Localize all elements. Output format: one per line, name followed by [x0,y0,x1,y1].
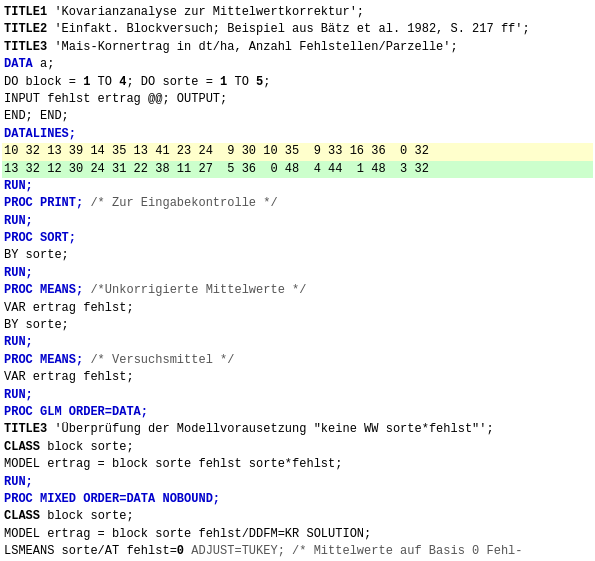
code-text: 13 32 12 30 24 31 22 38 11 27 5 36 0 48 … [4,162,429,176]
code-text: 'Kovarianzanalyse zur Mittelwertkorrektu… [47,5,364,19]
code-text: 0 [177,544,184,558]
code-text: TITLE3 [4,40,47,54]
code-text: RUN; [4,475,33,489]
code-text: TITLE3 [4,422,47,436]
code-line: PROC GLM ORDER=DATA; [2,404,593,421]
code-line: DATALINES; [2,126,593,143]
code-line: PROC SORT; [2,230,593,247]
code-line: TITLE3 'Mais-Kornertrag in dt/ha, Anzahl… [2,39,593,56]
code-text: a; [33,57,55,71]
code-line: TITLE3 'Überprüfung der Modellvorausetzu… [2,421,593,438]
code-text: ; DO sorte = [126,75,220,89]
code-text: 'Überprüfung der Modellvorausetzung "kei… [47,422,493,436]
code-text: PROC GLM ORDER=DATA; [4,405,148,419]
code-text: ADJUST=TUKEY; /* Mittelwerte auf Basis 0… [184,544,522,558]
code-text: ; [263,75,270,89]
code-line: MODEL ertrag = block sorte fehlst sorte*… [2,456,593,473]
code-text: RUN; [4,335,33,349]
code-line: TITLE2 'Einfakt. Blockversuch; Beispiel … [2,21,593,38]
code-line: CLASS block sorte; [2,508,593,525]
code-text: 'Mais-Kornertrag in dt/ha, Anzahl Fehlst… [47,40,457,54]
code-text: RUN; [4,388,33,402]
code-text: VAR ertrag fehlst; [4,370,134,384]
code-text: block sorte; [40,509,134,523]
code-line: RUN; [2,474,593,491]
code-line: RUN; [2,265,593,282]
code-text: DATALINES; [4,127,76,141]
code-text: BY sorte; [4,318,69,332]
code-text: TITLE1 [4,5,47,19]
code-text: MODEL ertrag = block sorte fehlst sorte*… [4,457,342,471]
code-line: CLASS block sorte; [2,439,593,456]
code-line: PROC MEANS; /*Unkorrigierte Mittelwerte … [2,282,593,299]
code-line: PROC MEANS; /* Versuchsmittel */ [2,352,593,369]
code-text: TITLE2 [4,22,47,36]
code-text: BY sorte; [4,248,69,262]
code-line: RUN; [2,387,593,404]
code-text: MODEL ertrag = block sorte fehlst/DDFM=K… [4,527,371,541]
code-line: RUN; [2,334,593,351]
code-text: PROC MEANS; [4,283,83,297]
code-line: LSMEANS sorte/AT fehlst=0 ADJUST=TUKEY; … [2,543,593,560]
code-text: END; END; [4,109,69,123]
code-line: INPUT fehlst ertrag @@; OUTPUT; [2,91,593,108]
code-text: CLASS [4,440,40,454]
code-text: RUN; [4,266,33,280]
code-text: 10 32 13 39 14 35 13 41 23 24 9 30 10 35… [4,144,429,158]
code-line: TITLE1 'Kovarianzanalyse zur Mittelwertk… [2,4,593,21]
code-text: RUN; [4,179,33,193]
code-text: TO [227,75,256,89]
code-text: TO [90,75,119,89]
code-text: PROC MIXED ORDER=DATA NOBOUND; [4,492,220,506]
code-line: BY sorte; [2,247,593,264]
code-text: PROC MEANS; [4,353,83,367]
code-line: DO block = 1 TO 4; DO sorte = 1 TO 5; [2,74,593,91]
code-line: 13 32 12 30 24 31 22 38 11 27 5 36 0 48 … [2,161,593,178]
code-line: END; END; [2,108,593,125]
code-line: MODEL ertrag = block sorte fehlst/DDFM=K… [2,526,593,543]
code-line: PROC PRINT; /* Zur Eingabekontrolle */ [2,195,593,212]
code-line: VAR ertrag fehlst; [2,300,593,317]
code-container: TITLE1 'Kovarianzanalyse zur Mittelwertk… [0,0,595,561]
code-text: DO block = [4,75,83,89]
code-line: 10 32 13 39 14 35 13 41 23 24 9 30 10 35… [2,143,593,160]
code-line: DATA a; [2,56,593,73]
code-line: RUN; [2,213,593,230]
code-text: /*Unkorrigierte Mittelwerte */ [83,283,306,297]
code-text: INPUT fehlst ertrag @@; OUTPUT; [4,92,227,106]
code-text: VAR ertrag fehlst; [4,301,134,315]
code-text: PROC PRINT; [4,196,83,210]
code-text: /* Zur Eingabekontrolle */ [83,196,277,210]
code-line: VAR ertrag fehlst; [2,369,593,386]
code-line: PROC MIXED ORDER=DATA NOBOUND; [2,491,593,508]
code-text: /* Versuchsmittel */ [83,353,234,367]
code-text: 'Einfakt. Blockversuch; Beispiel aus Bät… [47,22,529,36]
code-text: PROC SORT; [4,231,76,245]
code-text: block sorte; [40,440,134,454]
code-text: LSMEANS sorte/AT fehlst= [4,544,177,558]
code-line: RUN; [2,178,593,195]
code-text: DATA [4,57,33,71]
code-text: CLASS [4,509,40,523]
code-line: BY sorte; [2,317,593,334]
code-text: RUN; [4,214,33,228]
